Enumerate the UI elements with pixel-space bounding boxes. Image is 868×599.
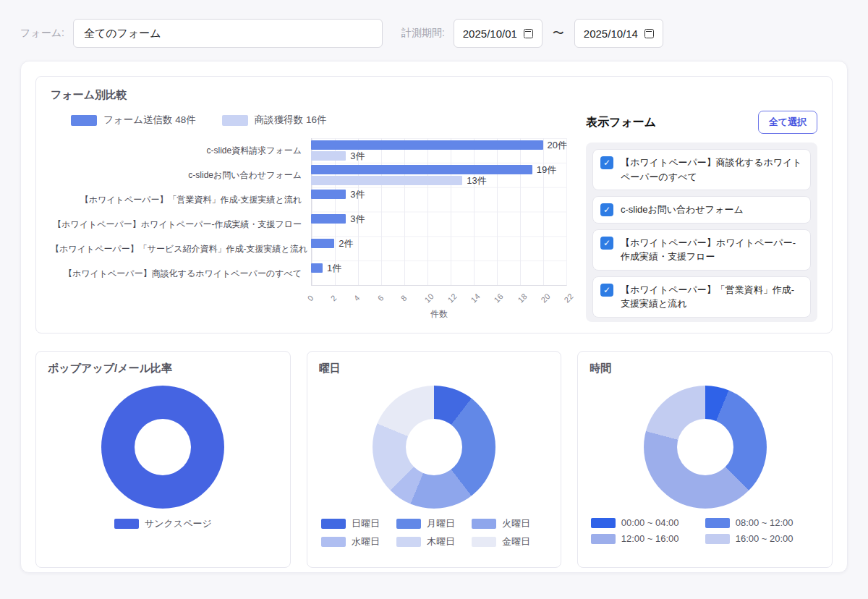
legend-label: 火曜日	[502, 517, 530, 530]
weekday-title: 曜日	[319, 362, 550, 375]
legend-item[interactable]: 水曜日	[321, 535, 396, 548]
donut-hole	[677, 419, 733, 475]
legend-swatch	[472, 537, 496, 547]
legend-item[interactable]: 12:00 ~ 16:00	[591, 533, 705, 544]
popup-mail-legend: サンクスページ	[48, 517, 278, 530]
legend-swatch	[396, 537, 421, 547]
legend-item[interactable]: 日曜日	[321, 517, 396, 530]
legend-label: 水曜日	[352, 535, 380, 548]
submissions-bar	[311, 214, 346, 224]
submissions-value: 3件	[350, 188, 365, 201]
legend-label: 00:00 ~ 04:00	[621, 517, 679, 528]
submissions-bar	[311, 140, 543, 150]
form-select[interactable]: 全てのフォーム	[73, 19, 383, 48]
weekday-legend: 日曜日 月曜日 火曜日	[319, 517, 550, 548]
checkbox-checked-icon[interactable]: ✓	[600, 156, 613, 169]
legend-label: 金曜日	[502, 535, 530, 548]
donut-cards-row: ポップアップ/メール比率 サンクスページ 曜日	[35, 351, 833, 568]
checkbox-checked-icon[interactable]: ✓	[600, 237, 613, 250]
bar-row: 【ホワイトペーパー】「営業資料」作成-支援実績と流れ 3件	[51, 187, 567, 212]
checkbox-checked-icon[interactable]: ✓	[600, 203, 613, 216]
x-axis-label: 件数	[311, 308, 567, 320]
donut-hole	[406, 419, 462, 475]
legend-item[interactable]: 00:00 ~ 04:00	[591, 517, 705, 528]
donut-hole	[135, 419, 191, 475]
legend-item[interactable]: サンクスページ	[114, 517, 212, 530]
legend-item[interactable]: 商談獲得数 16件	[222, 114, 327, 127]
form-checkbox-item[interactable]: ✓ 【ホワイトペーパー】商談化するホワイトペーパーのすべて	[592, 149, 811, 190]
legend-swatch	[321, 519, 346, 529]
legend-swatch	[321, 537, 346, 547]
form-checkbox-label: 【ホワイトペーパー】「営業資料」作成-支援実績と流れ	[621, 283, 803, 311]
legend-item[interactable]: 月曜日	[396, 517, 472, 530]
legend-label: フォーム送信数 48件	[103, 114, 196, 127]
time-title: 時間	[590, 362, 820, 375]
date-range-separator: 〜	[553, 26, 564, 41]
legend-item[interactable]: 木曜日	[396, 535, 472, 548]
date-to-input[interactable]: 2025/10/14	[574, 19, 663, 48]
dashboard-page: フォーム: 全てのフォーム 計測期間: 2025/10/01 〜 2025/10…	[0, 0, 868, 573]
submissions-value: 19件	[537, 163, 556, 177]
date-from-input[interactable]: 2025/10/01	[454, 19, 542, 48]
bar-chart-plot: c-slide資料請求フォーム 20件 3件	[51, 138, 567, 286]
legend-item[interactable]: 16:00 ~ 20:00	[705, 533, 820, 544]
checkbox-checked-icon[interactable]: ✓	[600, 284, 613, 297]
submissions-bar	[311, 190, 346, 199]
select-all-button[interactable]: 全て選択	[758, 111, 817, 134]
deals-bar	[311, 176, 462, 185]
form-comparison-bar-chart: フォーム送信数 48件 商談獲得数 16件 c-slide	[51, 111, 567, 322]
legend-swatch	[591, 518, 616, 528]
submissions-value: 2件	[339, 237, 353, 250]
form-checkbox-label: c-slideお問い合わせフォーム	[621, 203, 744, 217]
form-comparison-card: フォーム別比較 フォーム送信数 48件 商談獲得	[35, 76, 833, 334]
legend-swatch	[591, 534, 616, 544]
date-to-value: 2025/10/14	[584, 27, 638, 40]
form-checkbox-item[interactable]: ✓ 【ホワイトペーパー】ホワイトペーパー-作成実績・支援フロー	[592, 229, 811, 271]
bar-row: 【ホワイトペーパー】商談化するホワイトペーパーのすべて 1件	[51, 261, 567, 286]
form-checkbox-label: 【ホワイトペーパー】商談化するホワイトペーパーのすべて	[621, 156, 803, 184]
display-forms-title: 表示フォーム	[586, 115, 656, 130]
bar-row: c-slideお問い合わせフォーム 19件 13件	[51, 163, 567, 187]
calendar-icon[interactable]	[524, 29, 533, 38]
category-label: 【ホワイトペーパー】「営業資料」作成-支援実績と流れ	[51, 194, 311, 206]
category-label: 【ホワイトペーパー】「サービス紹介資料」作成-支援実績と流れ	[51, 243, 311, 255]
bar-row: 【ホワイトペーパー】「サービス紹介資料」作成-支援実績と流れ 2件	[51, 237, 567, 261]
form-checkbox-item[interactable]: ✓ 【ホワイトペーパー】「営業資料」作成-支援実績と流れ	[592, 276, 811, 318]
legend-item[interactable]: フォーム送信数 48件	[71, 114, 196, 127]
bar-row: 【ホワイトペーパー】ホワイトペーパー-作成実績・支援フロー 3件	[51, 212, 567, 237]
forms-checkbox-list[interactable]: ✓ 【ホワイトペーパー】商談化するホワイトペーパーのすべて ✓ c-slideお…	[586, 143, 817, 322]
form-checkbox-item[interactable]: ✓ c-slideお問い合わせフォーム	[592, 196, 811, 224]
deals-value: 3件	[350, 150, 365, 163]
legend-label: 日曜日	[352, 517, 380, 530]
weekday-card: 曜日 日曜日 月曜日	[307, 351, 562, 568]
legend-label: 08:00 ~ 12:00	[736, 517, 793, 528]
legend-label: 木曜日	[427, 535, 455, 548]
calendar-icon[interactable]	[644, 29, 654, 38]
legend-item[interactable]: 金曜日	[472, 535, 547, 548]
period-filter-label: 計測期間:	[401, 27, 445, 40]
bar-row: c-slide資料請求フォーム 20件 3件	[51, 138, 567, 163]
popup-mail-ratio-title: ポップアップ/メール比率	[48, 362, 278, 375]
bar-chart-legend: フォーム送信数 48件 商談獲得数 16件	[71, 114, 567, 127]
category-label: c-slide資料請求フォーム	[51, 145, 311, 157]
legend-item[interactable]: 火曜日	[472, 517, 547, 530]
popup-mail-ratio-card: ポップアップ/メール比率 サンクスページ	[35, 351, 291, 568]
submissions-bar	[311, 239, 334, 248]
form-filter-label: フォーム:	[20, 27, 64, 40]
legend-swatch	[705, 518, 730, 528]
legend-item[interactable]: 08:00 ~ 12:00	[705, 517, 820, 528]
x-axis-ticks: 0 2 4 6 8 10 12	[311, 288, 567, 307]
category-label: 【ホワイトペーパー】ホワイトペーパー-作成実績・支援フロー	[51, 218, 311, 231]
date-from-value: 2025/10/01	[463, 27, 517, 40]
legend-swatch	[705, 534, 730, 544]
legend-swatch	[472, 519, 496, 529]
deals-bar	[311, 151, 346, 161]
time-card: 時間 00:00 ~ 04:00 08:00 ~ 12:00	[577, 351, 833, 568]
form-select-value: 全てのフォーム	[84, 27, 161, 41]
legend-label: サンクスページ	[145, 517, 212, 530]
time-donut-chart	[644, 386, 767, 509]
deals-value: 13件	[467, 174, 486, 187]
legend-swatch	[222, 115, 248, 126]
legend-label: 月曜日	[427, 517, 455, 530]
legend-label: 商談獲得数 16件	[255, 114, 327, 127]
